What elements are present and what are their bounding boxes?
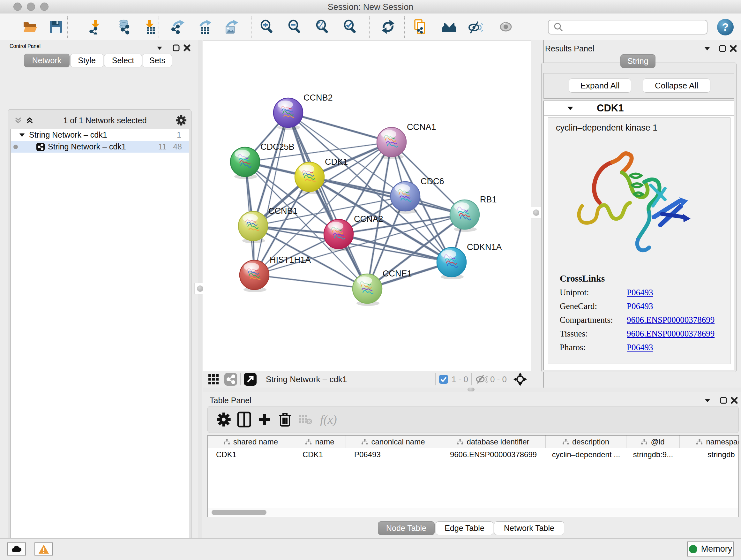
node-table[interactable]: shared namenamecanonical namedatabase id… — [207, 435, 739, 517]
node-HIST1H1A[interactable] — [240, 260, 269, 292]
home-icon[interactable] — [440, 17, 459, 37]
grid-view-icon[interactable] — [208, 374, 219, 385]
edge-CCNB2-HIST1H1A[interactable] — [254, 113, 288, 275]
network-thumbnail-icon[interactable] — [224, 373, 237, 386]
tab-network-table[interactable]: Network Table — [494, 521, 564, 535]
tab-sets[interactable]: Sets — [143, 54, 172, 67]
crosslink-label: GeneCard: — [560, 301, 627, 311]
column-header-@id[interactable]: @id — [626, 435, 680, 448]
zoom-in-icon[interactable] — [257, 17, 276, 37]
table-hscrollbar[interactable] — [208, 508, 738, 516]
birds-eye-view-icon[interactable] — [244, 373, 257, 386]
column-header-label: namespace — [706, 437, 739, 446]
collapse-all-button[interactable]: Collapse All — [643, 78, 711, 92]
column-header-name[interactable]: name — [294, 435, 346, 448]
zoom-fit-icon[interactable] — [313, 17, 332, 37]
collapse-all-icon[interactable] — [14, 116, 23, 125]
open-cybrowser-icon[interactable] — [411, 17, 430, 37]
panel-close-icon[interactable] — [183, 44, 191, 52]
panel-close-icon[interactable] — [731, 396, 738, 404]
node-CDC6[interactable] — [391, 182, 420, 213]
import-table-icon[interactable] — [140, 17, 159, 37]
table-cell: P06493 — [346, 448, 441, 461]
node-CDC25B[interactable] — [230, 147, 260, 179]
column-header-shared-name[interactable]: shared name — [208, 435, 294, 448]
delete-icon[interactable] — [275, 409, 295, 430]
crosslink-link[interactable]: P06493 — [627, 288, 653, 298]
table-row[interactable]: CDK1CDK1P064939606.ENSP00000378699cyclin… — [208, 448, 738, 461]
node-CCNE1[interactable] — [353, 274, 382, 306]
node-CCNA1[interactable] — [377, 127, 406, 159]
hide-eye-icon[interactable] — [466, 17, 485, 37]
node-label-HIST1H1A: HIST1H1A — [270, 255, 311, 265]
tree-expander-icon[interactable] — [19, 132, 25, 138]
panel-float-icon[interactable] — [720, 396, 727, 404]
bottom-splitter[interactable] — [203, 388, 741, 392]
crosslink-link[interactable]: P06493 — [627, 301, 653, 311]
expand-all-button[interactable]: Expand All — [569, 78, 631, 92]
column-header-description[interactable]: description — [546, 435, 626, 448]
expand-all-icon[interactable] — [25, 116, 34, 125]
panel-menu-icon[interactable] — [704, 398, 711, 403]
gear-icon[interactable] — [213, 409, 234, 430]
tab-node-table[interactable]: Node Table — [378, 521, 434, 535]
table-hscrollbar-thumb[interactable] — [212, 510, 266, 515]
column-header-canonical-name[interactable]: canonical name — [346, 435, 441, 448]
crosslink-link[interactable]: P06493 — [627, 343, 653, 353]
tab-edge-table[interactable]: Edge Table — [435, 521, 493, 535]
warning-button[interactable] — [35, 543, 53, 556]
network-row[interactable]: String Network – cdk1 11 48 — [11, 141, 189, 152]
save-session-icon[interactable] — [46, 17, 65, 37]
help-button[interactable]: ? — [717, 19, 734, 36]
import-network-database-icon[interactable] — [117, 17, 136, 37]
network-collection-row[interactable]: String Network – cdk1 1 — [11, 129, 189, 141]
tab-style[interactable]: Style — [70, 54, 104, 67]
collapse-section-icon[interactable] — [567, 106, 574, 111]
column-header-database-identifier[interactable]: database identifier — [441, 435, 546, 448]
node-CCNB1[interactable] — [239, 211, 268, 243]
edge-HIST1H1A-CCNE1[interactable] — [254, 275, 367, 289]
selected-checkbox-icon[interactable] — [439, 374, 448, 384]
export-network-icon[interactable] — [168, 17, 187, 37]
panel-close-icon[interactable] — [730, 45, 737, 52]
function-builder-icon: f(x) — [320, 413, 337, 427]
toolbar-separator — [158, 16, 159, 38]
panel-float-icon[interactable] — [719, 45, 726, 52]
panel-menu-icon[interactable] — [156, 45, 163, 51]
panel-menu-icon[interactable] — [703, 46, 711, 51]
panel-float-icon[interactable] — [172, 44, 180, 52]
search-input[interactable] — [548, 20, 708, 35]
refresh-icon[interactable] — [379, 17, 398, 37]
left-splitter[interactable] — [198, 40, 202, 538]
add-icon[interactable] — [254, 409, 275, 430]
tab-string[interactable]: String — [620, 54, 656, 68]
network-selected-summary: 1 of 1 Network selected — [34, 116, 176, 125]
tab-select[interactable]: Select — [104, 54, 142, 67]
hidden-eye-icon[interactable] — [475, 374, 488, 385]
crosslink-link[interactable]: 9606.ENSP00000378699 — [627, 315, 715, 325]
column-header-label: @id — [651, 437, 664, 446]
column-header-namespace[interactable]: namespace — [680, 435, 739, 448]
title-bar: Session: New Session — [0, 0, 741, 13]
column-header-label: description — [572, 437, 609, 446]
zoom-selected-icon[interactable] — [340, 17, 360, 37]
network-canvas[interactable]: CCNB2 CCNA1 CDC25B CDK1 CDC6 — [203, 40, 531, 371]
fit-selected-crosshair-icon[interactable] — [514, 373, 527, 386]
open-session-icon[interactable] — [21, 17, 40, 37]
column-type-icon — [562, 439, 569, 445]
export-table-icon[interactable] — [195, 17, 214, 37]
current-network-dot-icon — [13, 145, 18, 149]
window-title: Session: New Session — [0, 2, 741, 12]
zoom-out-icon[interactable] — [285, 17, 304, 37]
cloud-button[interactable] — [7, 543, 26, 556]
export-image-icon[interactable] — [221, 17, 241, 37]
gear-icon[interactable] — [176, 115, 187, 126]
crosslink-link[interactable]: 9606.ENSP00000378699 — [627, 329, 715, 339]
tab-network[interactable]: Network — [24, 54, 70, 67]
node-RB1[interactable] — [450, 200, 479, 232]
memory-button[interactable]: Memory — [687, 542, 734, 557]
node-CDKN1A[interactable] — [437, 247, 466, 279]
columns-icon[interactable] — [234, 409, 254, 430]
protein-structure-image — [569, 137, 710, 271]
import-network-icon[interactable] — [86, 17, 105, 37]
